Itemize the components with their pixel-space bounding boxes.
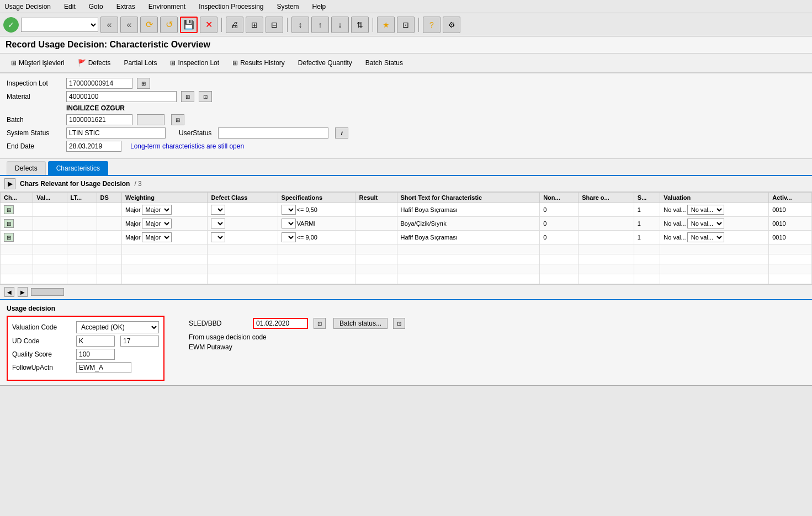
help-button[interactable]: ?	[423, 17, 441, 33]
cell-weighting[interactable]: Major Major	[122, 203, 208, 217]
long-term-msg[interactable]: Long-term characteristics are still open	[130, 142, 244, 150]
cell-valuation[interactable]: No val... No val...	[660, 217, 769, 231]
nav-defective-quantity[interactable]: Defective Quantity	[291, 57, 359, 69]
inspection-lot-search-icon[interactable]: ⊞	[137, 78, 150, 89]
batch-search-icon[interactable]: ⊞	[171, 114, 184, 125]
cell-weighting[interactable]: Major Major	[122, 217, 208, 231]
cell-defect-class	[208, 231, 278, 244]
valuation-dropdown[interactable]: No val...	[687, 205, 724, 215]
batch-status-button[interactable]: Batch status...	[333, 318, 388, 329]
weighting-dropdown[interactable]: Major	[142, 219, 172, 228]
table-row[interactable]: ⊞ Major Major <= 0,50	[1, 203, 812, 217]
defect-class-dropdown[interactable]	[211, 205, 225, 215]
spec-dropdown[interactable]	[282, 219, 296, 228]
cell-s: 1	[634, 231, 660, 244]
ud-code-input[interactable]	[76, 336, 115, 347]
gear-button[interactable]: ⚙	[443, 17, 460, 33]
user-status-info-icon[interactable]: i	[335, 127, 348, 139]
up-down-button[interactable]: ↕	[291, 17, 309, 33]
undo-button[interactable]: ↺	[160, 17, 178, 33]
valuation-dropdown[interactable]: No val...	[687, 232, 724, 242]
nav-musteri-islevleri[interactable]: ⊞ Müşteri işlevleri	[4, 57, 71, 69]
cell-weighting[interactable]: Major Major	[122, 231, 208, 244]
quality-score-input[interactable]	[76, 349, 115, 360]
end-date-input[interactable]	[66, 141, 121, 152]
system-status-input[interactable]	[66, 127, 166, 139]
cell-valuation[interactable]: No val... No val...	[660, 231, 769, 244]
valuation-code-dropdown[interactable]: Accepted (OK)	[76, 321, 159, 333]
cell-specifications: VARMI	[278, 217, 355, 231]
tab-characteristics[interactable]: Characteristics	[48, 161, 108, 175]
menu-item-extras[interactable]: Extras	[114, 3, 137, 10]
menu-item-edit[interactable]: Edit	[62, 3, 78, 10]
sled-copy-icon[interactable]: ⊡	[314, 318, 326, 329]
material-input[interactable]	[66, 91, 177, 102]
tab-defects[interactable]: Defects	[7, 161, 46, 175]
back-button[interactable]: «	[100, 17, 118, 33]
usage-right-col: SLED/BBD ⊡ Batch status... ⊡ From usage …	[187, 316, 407, 381]
menu-item-system[interactable]: System	[275, 3, 301, 10]
table-scroll-area[interactable]: Ch... Val... LT... DS Weighting Defect C…	[0, 192, 812, 284]
sled-label: SLED/BBD	[189, 320, 250, 327]
scroll-left-button[interactable]: ◀	[4, 287, 14, 297]
inspection-lot-label: Inspection Lot	[7, 79, 62, 87]
print-button[interactable]: 🖨	[226, 17, 243, 33]
toolbar-dropdown[interactable]	[21, 18, 98, 32]
weighting-dropdown[interactable]: Major	[142, 232, 172, 242]
cell-non: 0	[540, 203, 579, 217]
scroll-indicator[interactable]	[31, 288, 64, 296]
menu-item-goto[interactable]: Goto	[87, 3, 105, 10]
inspection-lot-input[interactable]	[66, 78, 132, 89]
play-button[interactable]: ▶	[4, 178, 15, 189]
up-button[interactable]: ↑	[311, 17, 329, 33]
spec-dropdown[interactable]	[282, 232, 296, 242]
cancel-button[interactable]: ✕	[200, 17, 217, 33]
nav-defects[interactable]: 🚩 Defects	[71, 57, 118, 69]
batch-input[interactable]	[66, 114, 132, 125]
cell-non: 0	[540, 231, 579, 244]
sled-input[interactable]	[253, 318, 308, 329]
settings2-button[interactable]: ⊟	[266, 17, 283, 33]
batch-input2[interactable]	[137, 114, 164, 125]
menu-item-environment[interactable]: Environment	[146, 3, 188, 10]
sled-row: SLED/BBD ⊡ Batch status... ⊡	[189, 318, 405, 329]
down-button[interactable]: ↓	[331, 17, 349, 33]
nav-partial-lots[interactable]: Partial Lots	[117, 57, 163, 69]
menu-item-usage-decision[interactable]: Usage Decision	[2, 3, 53, 10]
save-button[interactable]: 💾	[180, 17, 198, 33]
followup-input[interactable]	[76, 362, 131, 373]
weighting-dropdown[interactable]: Major	[142, 205, 172, 215]
table-row[interactable]: ⊞ Major Major <= 9,00	[1, 231, 812, 244]
confirm-button[interactable]: ✓	[3, 17, 19, 33]
cell-ch: ⊞	[1, 231, 33, 244]
bookmark-button[interactable]: ★	[377, 17, 395, 33]
nav-results-history[interactable]: ⊞ Results History	[226, 57, 291, 69]
find-button[interactable]: ⊞	[246, 17, 263, 33]
nav-inspection-lot[interactable]: ⊞ Inspection Lot	[163, 57, 226, 69]
col-activ: Activ...	[769, 193, 812, 203]
defect-class-dropdown[interactable]	[211, 232, 225, 242]
user-status-input[interactable]	[218, 127, 328, 139]
scroll-right-button[interactable]: ▶	[18, 287, 28, 297]
table-row[interactable]: ⊞ Major Major VARMI	[1, 217, 812, 231]
followup-row: FollowUpActn	[12, 362, 159, 373]
ud-code-input2[interactable]	[120, 336, 159, 347]
cell-valuation[interactable]: No val... No val...	[660, 203, 769, 217]
arrows-button[interactable]: ⇅	[351, 17, 369, 33]
spec-dropdown[interactable]	[282, 205, 296, 215]
material-detail-icon[interactable]: ⊡	[199, 91, 212, 102]
back2-button[interactable]: «	[120, 17, 138, 33]
menu-item-inspection-processing[interactable]: Inspection Processing	[197, 3, 266, 10]
cell-empty	[540, 264, 579, 274]
menu-item-help[interactable]: Help	[310, 3, 328, 10]
cell-empty	[208, 264, 278, 274]
quality-score-label: Quality Score	[12, 350, 73, 358]
refresh-button[interactable]: ⟳	[140, 17, 158, 33]
defect-class-dropdown[interactable]	[211, 219, 225, 228]
batch-status-export-icon[interactable]: ⊡	[393, 318, 405, 329]
material-search-icon[interactable]: ⊞	[181, 91, 194, 102]
nav-batch-status[interactable]: Batch Status	[359, 57, 410, 69]
valuation-code-label: Valuation Code	[12, 323, 73, 331]
valuation-dropdown[interactable]: No val...	[687, 219, 724, 228]
layout-button[interactable]: ⊡	[397, 17, 415, 33]
